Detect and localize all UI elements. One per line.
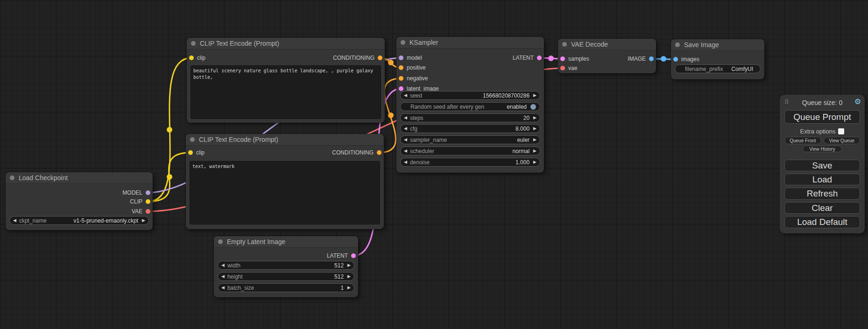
- node-title-bar[interactable]: KSampler: [396, 37, 544, 49]
- input-slot-images[interactable]: images: [673, 55, 699, 64]
- node-load-checkpoint[interactable]: Load Checkpoint MODEL CLIP VAE ◀ ckpt_na…: [6, 172, 153, 230]
- scheduler-widget[interactable]: ◀ scheduler normal ▶: [400, 147, 540, 155]
- cfg-widget[interactable]: ◀ cfg 8.000 ▶: [400, 124, 540, 133]
- queue-front-button[interactable]: Queue Front: [784, 137, 821, 144]
- collapse-dot-icon[interactable]: [191, 41, 196, 46]
- node-clip-text-encode-2[interactable]: CLIP Text Encode (Prompt) clip CONDITION…: [186, 134, 384, 229]
- latent-slot-icon[interactable]: [537, 56, 542, 60]
- node-graph-canvas[interactable]: Load Checkpoint MODEL CLIP VAE ◀ ckpt_na…: [0, 0, 868, 329]
- node-title-bar[interactable]: VAE Decode: [558, 39, 656, 50]
- decrement-arrow-icon[interactable]: ◀: [404, 116, 407, 120]
- filename-prefix-widget[interactable]: filename_prefix ComfyUI: [675, 64, 761, 73]
- node-clip-text-encode-1[interactable]: CLIP Text Encode (Prompt) clip CONDITION…: [187, 38, 385, 123]
- conditioning-slot-icon[interactable]: [399, 65, 403, 70]
- load-button[interactable]: Load: [784, 174, 860, 185]
- output-slot-latent[interactable]: LATENT: [327, 251, 356, 260]
- increment-arrow-icon[interactable]: ▶: [533, 160, 536, 164]
- decrement-arrow-icon[interactable]: ◀: [404, 93, 407, 98]
- settings-gear-icon[interactable]: ⚙: [854, 97, 861, 106]
- conditioning-slot-icon[interactable]: [377, 150, 381, 155]
- increment-arrow-icon[interactable]: ▶: [533, 149, 536, 153]
- decrement-arrow-icon[interactable]: ◀: [404, 149, 407, 153]
- clip-slot-icon[interactable]: [146, 199, 150, 204]
- node-title-bar[interactable]: CLIP Text Encode (Prompt): [187, 38, 385, 49]
- latent-slot-icon[interactable]: [351, 253, 356, 258]
- random-seed-toggle-widget[interactable]: Random seed after every gen enabled: [400, 102, 540, 111]
- input-slot-clip[interactable]: clip: [189, 53, 205, 63]
- output-slot-conditioning[interactable]: CONDITIONING: [332, 148, 381, 157]
- model-slot-icon[interactable]: [146, 190, 150, 195]
- increment-arrow-icon[interactable]: ▶: [347, 274, 351, 279]
- negative-prompt-textarea[interactable]: text, watermark: [190, 161, 380, 224]
- latent-slot-icon[interactable]: [560, 56, 565, 61]
- positive-prompt-textarea[interactable]: beautiful scenery nature glass bottle la…: [191, 65, 381, 119]
- input-slot-samples[interactable]: samples: [560, 54, 589, 63]
- decrement-arrow-icon[interactable]: ◀: [221, 263, 225, 267]
- seed-widget[interactable]: ◀ seed 156680208700286 ▶: [400, 91, 540, 100]
- collapse-dot-icon[interactable]: [562, 42, 567, 47]
- collapse-dot-icon[interactable]: [675, 42, 680, 47]
- toggle-dot-icon[interactable]: [530, 104, 536, 110]
- increment-arrow-icon[interactable]: ▶: [142, 218, 145, 223]
- collapse-dot-icon[interactable]: [401, 40, 405, 45]
- decrement-arrow-icon[interactable]: ◀: [404, 138, 407, 142]
- input-slot-model[interactable]: model: [399, 53, 422, 63]
- input-slot-positive[interactable]: positive: [399, 63, 426, 72]
- queue-prompt-button[interactable]: Queue Prompt: [784, 110, 860, 124]
- output-slot-image[interactable]: IMAGE: [628, 54, 654, 63]
- vae-slot-icon[interactable]: [560, 66, 565, 70]
- model-slot-icon[interactable]: [399, 56, 403, 60]
- node-title-bar[interactable]: CLIP Text Encode (Prompt): [186, 134, 384, 146]
- decrement-arrow-icon[interactable]: ◀: [404, 160, 407, 164]
- latent-slot-icon[interactable]: [399, 86, 403, 91]
- input-slot-clip[interactable]: clip: [188, 148, 205, 157]
- clip-slot-icon[interactable]: [189, 56, 194, 60]
- image-slot-icon[interactable]: [673, 57, 678, 62]
- node-ksampler[interactable]: KSampler model positive negative latent_…: [396, 37, 544, 173]
- ckpt-name-widget[interactable]: ◀ ckpt_name v1-5-pruned-emaonly.ckpt ▶: [9, 216, 149, 225]
- sampler-name-widget[interactable]: ◀ sampler_name euler ▶: [400, 135, 540, 144]
- node-title-bar[interactable]: Load Checkpoint: [6, 172, 153, 184]
- save-button[interactable]: Save: [784, 160, 860, 171]
- decrement-arrow-icon[interactable]: ◀: [404, 126, 407, 131]
- increment-arrow-icon[interactable]: ▶: [347, 263, 351, 267]
- node-empty-latent-image[interactable]: Empty Latent Image LATENT ◀ width 512 ▶ …: [214, 236, 358, 297]
- increment-arrow-icon[interactable]: ▶: [533, 126, 536, 131]
- increment-arrow-icon[interactable]: ▶: [347, 286, 351, 290]
- load-default-button[interactable]: Load Default: [784, 216, 860, 228]
- output-slot-latent[interactable]: LATENT: [513, 53, 542, 63]
- refresh-button[interactable]: Refresh: [784, 188, 860, 200]
- output-slot-model[interactable]: MODEL: [122, 188, 150, 197]
- steps-widget[interactable]: ◀ steps 20 ▶: [400, 113, 540, 122]
- collapse-dot-icon[interactable]: [190, 137, 195, 142]
- clip-slot-icon[interactable]: [188, 150, 193, 155]
- collapse-dot-icon[interactable]: [218, 239, 223, 244]
- collapse-dot-icon[interactable]: [10, 175, 14, 180]
- output-slot-vae[interactable]: VAE: [132, 207, 150, 216]
- output-slot-clip[interactable]: CLIP: [130, 197, 150, 206]
- image-slot-icon[interactable]: [649, 56, 654, 61]
- increment-arrow-icon[interactable]: ▶: [533, 93, 536, 98]
- decrement-arrow-icon[interactable]: ◀: [221, 274, 225, 279]
- input-slot-vae[interactable]: vae: [560, 63, 577, 73]
- height-widget[interactable]: ◀ height 512 ▶: [218, 272, 354, 281]
- clear-button[interactable]: Clear: [784, 202, 860, 214]
- conditioning-slot-icon[interactable]: [378, 56, 382, 60]
- decrement-arrow-icon[interactable]: ◀: [13, 218, 16, 223]
- extra-options-checkbox[interactable]: [838, 128, 844, 134]
- increment-arrow-icon[interactable]: ▶: [533, 116, 536, 120]
- conditioning-slot-icon[interactable]: [399, 76, 403, 81]
- batch-size-widget[interactable]: ◀ batch_size 1 ▶: [218, 283, 354, 292]
- output-slot-conditioning[interactable]: CONDITIONING: [333, 53, 382, 63]
- width-widget[interactable]: ◀ width 512 ▶: [218, 261, 354, 270]
- decrement-arrow-icon[interactable]: ◀: [221, 286, 225, 290]
- denoise-widget[interactable]: ◀ denoise 1.000 ▶: [400, 158, 540, 167]
- view-history-button[interactable]: View History: [803, 146, 842, 152]
- view-queue-button[interactable]: View Queue: [824, 137, 861, 144]
- vae-slot-icon[interactable]: [146, 209, 150, 214]
- node-title-bar[interactable]: Empty Latent Image: [214, 236, 358, 248]
- node-save-image[interactable]: Save Image images filename_prefix ComfyU…: [671, 39, 764, 79]
- node-title-bar[interactable]: Save Image: [671, 39, 764, 51]
- node-vae-decode[interactable]: VAE Decode samples vae IMAGE: [558, 39, 656, 73]
- input-slot-negative[interactable]: negative: [399, 74, 428, 83]
